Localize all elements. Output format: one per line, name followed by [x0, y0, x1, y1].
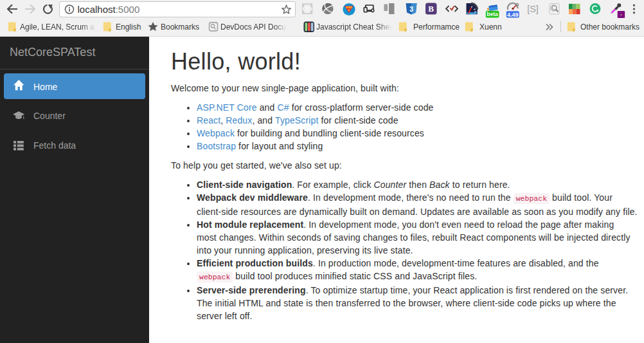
- svg-text:B: B: [428, 4, 434, 14]
- svg-text:3: 3: [409, 5, 413, 13]
- svg-text:beta: beta: [487, 11, 498, 17]
- svg-text:[S]: [S]: [527, 4, 539, 14]
- svg-text:4.49: 4.49: [507, 12, 519, 18]
